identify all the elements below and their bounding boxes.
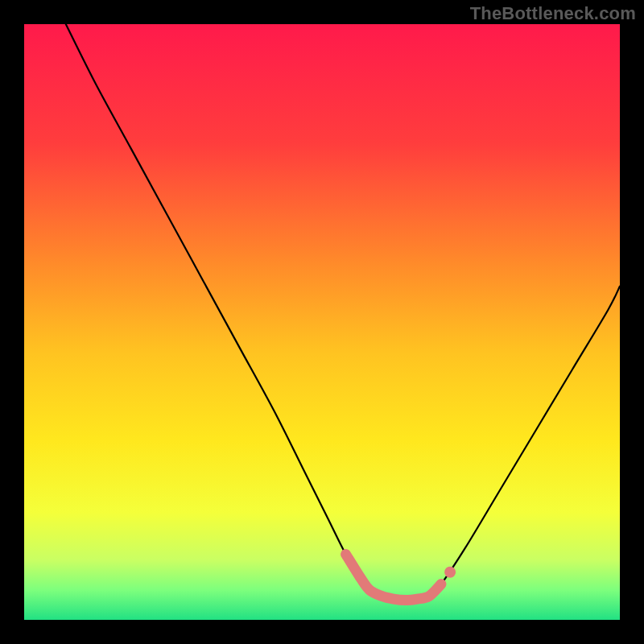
highlight-dot bbox=[444, 567, 456, 578]
bottleneck-chart bbox=[24, 24, 620, 620]
chart-frame: TheBottleneck.com bbox=[0, 0, 644, 644]
plot-area bbox=[24, 24, 620, 620]
watermark-text: TheBottleneck.com bbox=[470, 3, 636, 24]
gradient-background bbox=[24, 24, 620, 620]
